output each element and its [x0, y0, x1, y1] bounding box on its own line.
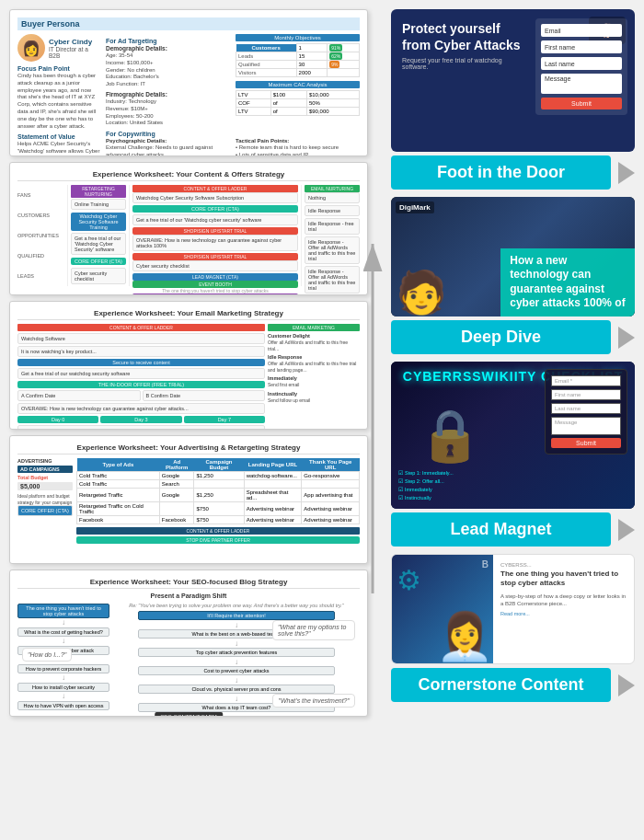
- persona-left: 👩 Cyber Cindy IT Director at a B2B Focus…: [17, 34, 100, 156]
- funnel-labels: FANS CUSTOMERS OPPORTUNITIES QUALIFIED L…: [17, 185, 68, 286]
- cornerstone-body: A step-by-step of how a deep copy or let…: [500, 593, 627, 608]
- cornerstone-headline: The one thing you haven't tried to stop …: [500, 570, 627, 589]
- checklist-item-1: ☑ Step 1: Immediately...: [398, 470, 454, 476]
- deep-dive-card: 🧑 DigiMark How a new technology can guar…: [391, 197, 635, 316]
- lm-firstname-field: First name: [551, 389, 621, 400]
- check-icon-1: ☑: [398, 470, 403, 476]
- deep-dive-section: 🧑 DigiMark How a new technology can guar…: [391, 197, 635, 354]
- quote-investment: "What's the investment?": [272, 694, 355, 708]
- persona-role: IT Director at a B2B: [49, 46, 100, 59]
- persona-body: 👩 Cyber Cindy IT Director at a B2B Focus…: [17, 34, 360, 156]
- persona-targeting: For Ad Targeting Demographic Details: Ag…: [106, 34, 360, 127]
- lm-message-field: Message: [551, 417, 621, 435]
- customers-label: CUSTOMERS: [17, 213, 64, 218]
- objectives-col: Monthly Objectives Customers191% Leads15…: [236, 34, 360, 127]
- protect-subtitle: Request your free trial of watchdog soft…: [402, 57, 524, 70]
- lead-magnet-arrow: [618, 519, 635, 541]
- cornerstone-img: 👩‍💼 ⚙ B: [392, 555, 493, 663]
- sov-text: Helps ACME Cyber Security's 'Watchdog' s…: [17, 141, 100, 156]
- vertical-arrow-svg: [359, 235, 386, 603]
- lead-magnet-label-row: Lead Magnet: [391, 512, 635, 547]
- deep-dive-label-row: Deep Dive: [391, 320, 635, 354]
- deep-dive-text: How a new technology can guarantee again…: [500, 248, 635, 316]
- check-icon-3: ☑: [398, 487, 403, 492]
- quote-options: "What are my options to solve this?": [272, 620, 355, 640]
- lastname-field-display: Last name: [541, 57, 622, 70]
- deep-dive-label: Deep Dive: [391, 320, 611, 354]
- cornerstone-badge: B: [482, 559, 489, 570]
- sov-label: Statement of Value: [17, 133, 100, 140]
- message-field-display: Message: [541, 74, 622, 94]
- seo-blog-card: Experience Worksheet: Your SEO-focused B…: [9, 570, 368, 717]
- lm-lastname-field: Last name: [551, 403, 621, 414]
- fitd-label-row: Foot in the Door: [391, 155, 635, 190]
- buyer-persona-card: Buyer Persona 👩 Cyber Cindy IT Director …: [9, 9, 368, 156]
- objectives-table: Customers191% Leads1562% Qualified309% V…: [236, 43, 360, 77]
- ads-table: Type of Ads Ad Platform Campaign Budget …: [76, 458, 360, 524]
- retargeting-col: RETARGETING NURTURING Online Training Wa…: [71, 185, 126, 286]
- content-offers-title: Experience Worksheet: Your Content & Off…: [17, 170, 360, 181]
- email-layout: CONTENT & OFFER LADDER Watchdog Software…: [17, 324, 360, 425]
- check-icon-4: ☑: [398, 495, 403, 501]
- advertising-card: Experience Worksheet: Your Advertising &…: [9, 435, 368, 564]
- fitd-arrow: [618, 162, 635, 184]
- email-marketing-title: Experience Worksheet: Your Email Marketi…: [17, 309, 360, 320]
- checklist-items: ☑ Step 1: Immediately... ☑ Step 2: Offer…: [398, 470, 454, 501]
- qualified-label: QUALIFIED: [17, 253, 64, 259]
- ad-campaigns-col: ADVERTISING AD CAMPAIGNS Total Budget $5…: [17, 458, 73, 546]
- cornerstone-section: 👩‍💼 ⚙ B CYBERSS... The one thing you hav…: [391, 554, 635, 702]
- buyer-persona-header: Buyer Persona: [17, 17, 360, 30]
- seo-title: Experience Worksheet: Your SEO-focused B…: [17, 578, 360, 589]
- ads-layout: ADVERTISING AD CAMPAIGNS Total Budget $5…: [17, 458, 360, 546]
- left-column: Buyer Persona 👩 Cyber Cindy IT Director …: [9, 9, 368, 717]
- cornerstone-arrow: [618, 674, 635, 696]
- cyber-protect-card: 🐕 Protect yourself from Cyber Attacks Re…: [391, 9, 635, 152]
- budget-value: $5,000: [17, 482, 73, 490]
- submit-btn[interactable]: Submit: [541, 98, 622, 109]
- focus-pain-text: Cindy has been through a cyber attack cl…: [17, 73, 100, 130]
- lock-icon: 🔒: [419, 406, 482, 466]
- check-icon-2: ☑: [398, 478, 403, 484]
- lm-submit-btn[interactable]: Submit: [551, 438, 621, 448]
- cornerstone-label-row: Cornerstone Content: [391, 668, 635, 702]
- cornerstone-gear: ⚙: [397, 564, 421, 596]
- lead-magnet-section: CYBERRSSWIKIITY CHECKLIST 🔒 ☑ Step 1: Im…: [391, 362, 635, 547]
- quote-howto: "How do I...?": [22, 648, 72, 662]
- checklist-item-4: ☑ Instinctually: [398, 495, 454, 501]
- fitd-label: Foot in the Door: [391, 155, 611, 190]
- right-column: 🐕 Protect yourself from Cyber Attacks Re…: [391, 9, 635, 702]
- large-up-arrow-container: [359, 235, 386, 606]
- seo-content-farm-label: SEO CONTENT FARM: [155, 712, 223, 717]
- opportunities-label: OPPORTUNITIES: [17, 233, 64, 238]
- lead-magnet-form: Email * First name Last name Message Sub…: [545, 369, 627, 455]
- cybersecurity-bg: CYBERRSSWIKIITY CHECKLIST 🔒 ☑ Step 1: Im…: [391, 362, 635, 509]
- checklist-item-3: ☑ Immediately: [398, 487, 454, 492]
- content-ladder-col: CONTENT & OFFER LADDER Watchdog Cyber Se…: [129, 185, 302, 286]
- protect-headline: Protect yourself from Cyber Attacks: [402, 20, 524, 53]
- persona-avatar: 👩: [17, 34, 45, 62]
- cac-table: LTV$100$10,000 COFof50% LTVof$90,000: [236, 90, 360, 116]
- fitd-section: 🐕 Protect yourself from Cyber Attacks Re…: [391, 9, 635, 190]
- ads-table-area: Type of Ads Ad Platform Campaign Budget …: [76, 458, 360, 546]
- cornerstone-card: 👩‍💼 ⚙ B CYBERSS... The one thing you hav…: [391, 554, 635, 664]
- paradigm-shift-label: Present a Paradigm Shift: [17, 593, 360, 599]
- email-content-ladder: CONTENT & OFFER LADDER Watchdog Software…: [17, 324, 265, 425]
- advertising-title: Experience Worksheet: Your Advertising &…: [17, 443, 360, 455]
- cornerstone-source: CYBERSS...: [500, 562, 627, 568]
- video-person: 🧑: [396, 268, 447, 316]
- lead-magnet-card: CYBERRSSWIKIITY CHECKLIST 🔒 ☑ Step 1: Im…: [391, 362, 635, 509]
- deep-dive-video: 🧑 DigiMark How a new technology can guar…: [391, 197, 635, 316]
- strategy-layout: FANS CUSTOMERS OPPORTUNITIES QUALIFIED L…: [17, 185, 360, 286]
- deep-dive-arrow: [618, 327, 635, 349]
- fans-label: FANS: [17, 192, 64, 198]
- ad-targeting-col: For Ad Targeting Demographic Details: Ag…: [106, 34, 230, 127]
- email-strategy-col: EMAIL MARKETING Customer Delight Offer a…: [268, 324, 360, 425]
- email-field-display: Email: [541, 24, 622, 37]
- persona-right: For Ad Targeting Demographic Details: Ag…: [106, 34, 360, 156]
- cornerstone-readmore[interactable]: Read more...: [500, 611, 627, 616]
- checklist-item-2: ☑ Step 2: Offer all...: [398, 478, 454, 484]
- protect-form: Email First name Last name Message Submi…: [535, 18, 627, 115]
- lead-magnet-label: Lead Magnet: [391, 512, 611, 547]
- digimark-logo: DigiMark: [396, 201, 434, 213]
- lm-email-field: Email *: [551, 375, 621, 386]
